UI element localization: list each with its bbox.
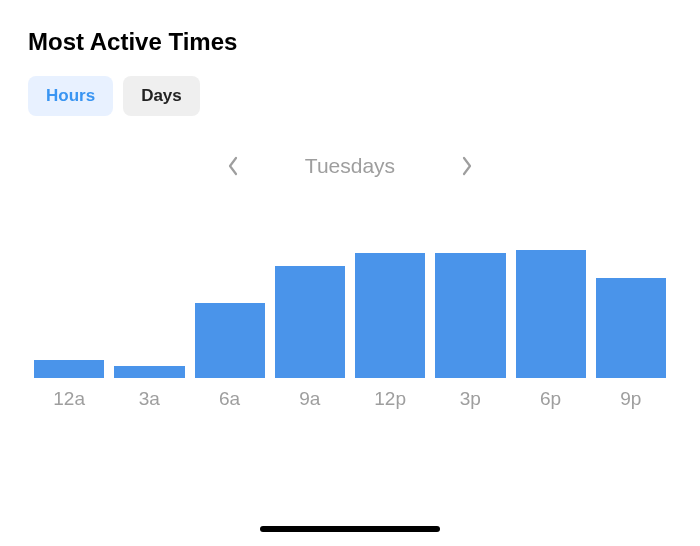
- chart-xlabel: 12a: [34, 388, 104, 410]
- chart-bar[interactable]: [596, 278, 666, 378]
- chart-xlabel: 12p: [355, 388, 425, 410]
- chart-xlabels: 12a3a6a9a12p3p6p9p: [34, 388, 666, 410]
- chart-bar[interactable]: [275, 266, 345, 378]
- chart-bar[interactable]: [355, 253, 425, 378]
- day-label: Tuesdays: [295, 154, 405, 178]
- chart-bar[interactable]: [114, 366, 184, 378]
- chart-xlabel: 9p: [596, 388, 666, 410]
- chart-bar[interactable]: [34, 360, 104, 378]
- day-navigator: Tuesdays: [28, 152, 672, 180]
- chart-xlabel: 3p: [435, 388, 505, 410]
- chart-xlabel: 3a: [114, 388, 184, 410]
- chevron-right-icon[interactable]: [453, 152, 481, 180]
- main-container: Most Active Times Hours Days Tuesdays 12…: [0, 0, 700, 410]
- chart-bar[interactable]: [516, 250, 586, 378]
- chart-bar[interactable]: [195, 303, 265, 378]
- chart-bar[interactable]: [435, 253, 505, 378]
- tabs: Hours Days: [28, 76, 672, 116]
- chevron-left-icon[interactable]: [219, 152, 247, 180]
- tab-days[interactable]: Days: [123, 76, 200, 116]
- page-title: Most Active Times: [28, 28, 672, 56]
- chart-bars: [34, 228, 666, 378]
- chart-xlabel: 9a: [275, 388, 345, 410]
- chart-xlabel: 6p: [516, 388, 586, 410]
- chart-xlabel: 6a: [195, 388, 265, 410]
- tab-hours[interactable]: Hours: [28, 76, 113, 116]
- chart: 12a3a6a9a12p3p6p9p: [28, 228, 672, 410]
- home-indicator: [260, 526, 440, 532]
